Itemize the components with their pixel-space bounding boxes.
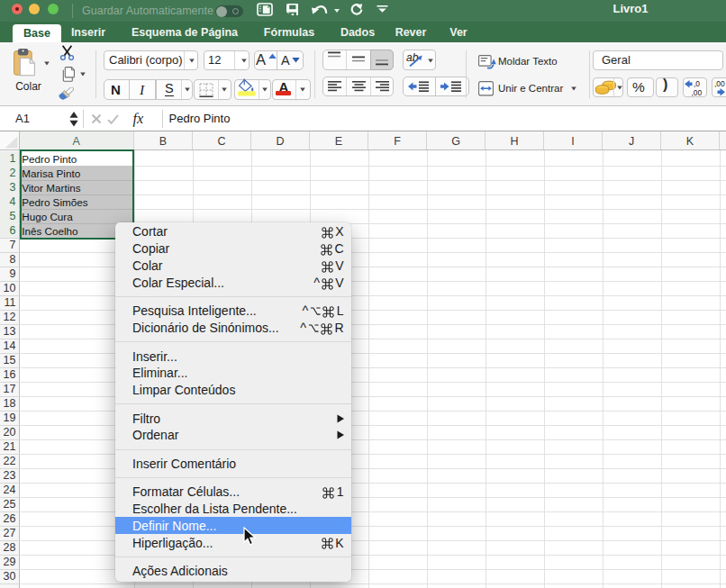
svg-text:,00: ,00 [714,79,725,88]
svg-text:,00: ,00 [692,87,703,95]
svg-text:ab: ab [406,52,419,64]
